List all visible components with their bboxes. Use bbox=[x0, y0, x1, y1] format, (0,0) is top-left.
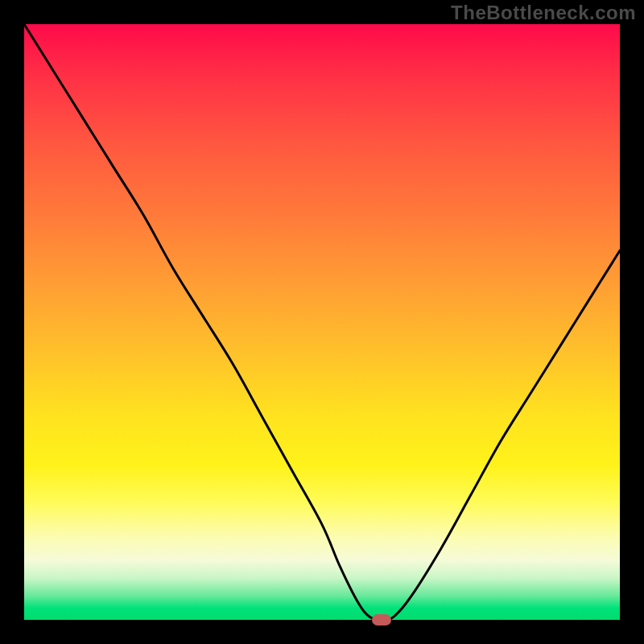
plot-area bbox=[24, 24, 620, 620]
curve-svg bbox=[24, 24, 620, 620]
minimum-marker bbox=[372, 614, 391, 625]
watermark-text: TheBottleneck.com bbox=[451, 2, 636, 24]
chart-frame: TheBottleneck.com bbox=[0, 0, 644, 644]
bottleneck-curve-path bbox=[24, 24, 620, 620]
